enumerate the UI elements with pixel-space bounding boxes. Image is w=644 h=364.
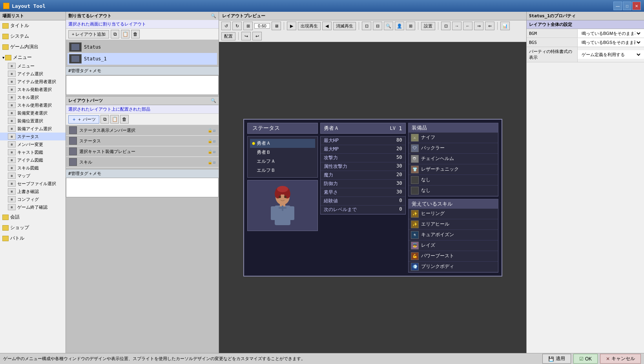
skill-icon-2: ⚗ <box>411 231 419 239</box>
sidebar-item-menu-folder[interactable]: ▼ メニュー <box>0 53 66 62</box>
sidebar-item-game[interactable]: ゲーム内演出 <box>0 42 66 51</box>
parts-item-member-select[interactable]: ステータス表示メンバー選択 🔒 ☑ <box>66 125 219 136</box>
menu-icon: ⊞ <box>8 63 16 69</box>
copy-parts-button[interactable]: ⧉ <box>100 115 109 124</box>
check-icon[interactable]: ☑ <box>213 139 215 143</box>
place-button[interactable]: 設置 <box>421 22 435 30</box>
prop-value-bgs[interactable]: 鳴っているBGSをそのまま再生する <box>578 38 644 47</box>
party-member-1[interactable]: ● 勇者Ｂ <box>250 148 315 157</box>
mgmt-input-1[interactable] <box>66 75 219 95</box>
party-member-2[interactable]: ● エルフＡ <box>250 157 315 166</box>
add-parts-button[interactable]: ＋ ＋ パーツ <box>68 115 99 124</box>
appear-play-label[interactable]: 出現再生 <box>298 22 321 30</box>
skill-icon-4: 💪 <box>411 252 419 260</box>
check-icon[interactable]: ☑ <box>213 149 215 154</box>
sidebar-item-skill-select[interactable]: ⊞スキル選択 <box>0 93 66 101</box>
delete-layout-button[interactable]: 🗑 <box>131 30 140 38</box>
equip-icon: ⊞ <box>8 118 16 124</box>
sidebar-item-equip-item[interactable]: ⊞装備アイテム選択 <box>0 125 66 133</box>
lock-icon[interactable]: 🔒 <box>208 139 212 143</box>
grid2-button[interactable]: ⊞ <box>406 22 415 30</box>
svg-rect-1 <box>271 206 278 220</box>
lock-icon[interactable]: 🔒 <box>208 160 212 164</box>
search-button[interactable]: 🔍 <box>384 22 393 30</box>
sidebar-item-skill-user-select[interactable]: ⊞スキル使用者選択 <box>0 101 66 109</box>
prop-value-party-format[interactable]: ゲーム定義を利用する <box>578 50 644 59</box>
sidebar-item-equip-change[interactable]: ⊞装備変更者選択 <box>0 109 66 117</box>
sidebar-item-item-book[interactable]: ⊞アイテム図鑑 <box>0 156 66 164</box>
sidebar-item-system[interactable]: システム <box>0 32 66 41</box>
sidebar-item-config[interactable]: ⊞コンフィグ <box>0 195 66 203</box>
party-member-3[interactable]: ● エルフＢ <box>250 166 315 175</box>
party-member-0[interactable]: ● 勇者Ａ <box>250 139 315 148</box>
search-icon[interactable]: 🔍 <box>211 13 216 18</box>
game-preview-window: ステータス ● 勇者Ａ ● 勇者Ｂ ● <box>243 119 502 277</box>
redo-button[interactable]: ↻ <box>232 22 242 30</box>
sidebar-item-item-select[interactable]: ⊞アイテム選択 <box>0 70 66 78</box>
game-right-panel: 装備品 ⚔ ナイフ 🛡 バックラー ⛑ チェインヘルム <box>408 123 498 273</box>
sidebar-item-status[interactable]: ⊞ステータス <box>0 133 66 140</box>
ok-button[interactable]: ☑ OK <box>573 354 598 364</box>
export-button[interactable]: ↪ <box>241 32 251 40</box>
sidebar-item-talk[interactable]: 会話 <box>0 213 66 222</box>
align-button[interactable]: ⊡ <box>441 22 451 30</box>
sidebar-item-game-end[interactable]: ⊞ゲーム終了確認 <box>0 203 66 211</box>
mgmt-input-2[interactable] <box>66 178 219 197</box>
bgm-select[interactable]: 鳴っているBGMをそのまま再生する <box>580 31 642 36</box>
zoom-input[interactable]: 0.60 <box>254 23 270 29</box>
sidebar-item-battle[interactable]: バトル <box>0 234 66 243</box>
grid-button[interactable]: ⊟ <box>373 22 382 30</box>
copy-layout-button[interactable]: ⧉ <box>111 30 119 38</box>
parts-item-skill[interactable]: スキル 🔒 ☑ <box>66 157 219 167</box>
assign-item-status-1[interactable]: Status_1 <box>68 53 217 65</box>
lock-icon[interactable]: 🔒 <box>208 128 212 133</box>
back-button[interactable]: ◀ <box>322 22 332 30</box>
bgs-select[interactable]: 鳴っているBGSをそのまま再生する <box>580 40 642 45</box>
maximize-button[interactable]: □ <box>623 2 631 10</box>
front-button[interactable]: ⇒ <box>474 22 483 30</box>
cancel-button[interactable]: ✕ キャンセル <box>600 354 641 364</box>
user-button[interactable]: 👤 <box>395 22 404 30</box>
party-format-select[interactable]: ゲーム定義を利用する <box>580 52 642 57</box>
import-button[interactable]: ↩ <box>252 32 262 40</box>
sidebar-item-save[interactable]: ⊞セーブファイル選択 <box>0 180 66 187</box>
parts-search-icon[interactable]: 🔍 <box>211 98 216 103</box>
game-end-icon: ⊞ <box>8 204 16 210</box>
play-appear-button[interactable]: ▶ <box>287 22 296 30</box>
sidebar-item-cast-book[interactable]: ⊞キャスト図鑑 <box>0 148 66 156</box>
sidebar-item-member-change[interactable]: ⊞メンバー変更 <box>0 140 66 148</box>
back2-button[interactable]: ⇐ <box>485 22 494 30</box>
assign-item-status[interactable]: Status <box>68 41 217 53</box>
parts-item-equip-preview[interactable]: 選択キャスト装備プレビュー 🔒 ☑ <box>66 146 219 157</box>
sidebar-item-skill-book[interactable]: ⊞スキル図鑑 <box>0 164 66 172</box>
forward-button[interactable]: → <box>452 22 462 30</box>
prop-value-bgm[interactable]: 鳴っているBGMをそのまま再生する <box>578 29 644 38</box>
lock-icon[interactable]: 🔒 <box>208 149 212 154</box>
sidebar-item-menu[interactable]: ⊞メニュー <box>0 62 66 70</box>
backward-button[interactable]: ← <box>463 22 473 30</box>
chart-button[interactable]: 📊 <box>500 22 510 30</box>
config-button[interactable]: 配置 <box>221 32 235 40</box>
sidebar-item-shop[interactable]: ショップ <box>0 223 66 232</box>
check-icon[interactable]: ☑ <box>213 160 215 164</box>
close-button[interactable]: ✕ <box>632 2 641 10</box>
minimize-button[interactable]: — <box>613 2 622 10</box>
sidebar-item-title[interactable]: タイトル <box>0 21 66 30</box>
sidebar-item-item-user-select[interactable]: ⊞アイテム使用者選択 <box>0 78 66 86</box>
paste-layout-button[interactable]: 📋 <box>121 30 130 38</box>
sidebar-item-map[interactable]: ⊞マップ <box>0 172 66 180</box>
paste-parts-button[interactable]: 📋 <box>110 115 119 124</box>
sidebar-item-overwrite[interactable]: ⊞上書き確認 <box>0 187 66 195</box>
sidebar-item-skill-actor-select[interactable]: ⊞スキル発動者選択 <box>0 86 66 93</box>
undo-button[interactable]: ↺ <box>221 22 231 30</box>
delete-parts-button[interactable]: 🗑 <box>120 115 129 124</box>
check-icon[interactable]: ☑ <box>213 128 215 133</box>
apply-button[interactable]: 💾 適用 <box>542 354 571 364</box>
screen-button[interactable]: 🖥 <box>272 22 281 30</box>
stop-button[interactable]: ⊡ <box>362 22 371 30</box>
add-layout-button[interactable]: + レイアウト追加 <box>68 30 109 38</box>
parts-item-status[interactable]: ステータス 🔒 ☑ <box>66 136 219 146</box>
sidebar-item-equip-pos[interactable]: ⊞装備位置選択 <box>0 117 66 125</box>
disappear-play-label[interactable]: 消滅再生 <box>333 22 356 30</box>
fit-button[interactable]: ⊞ <box>243 22 253 30</box>
